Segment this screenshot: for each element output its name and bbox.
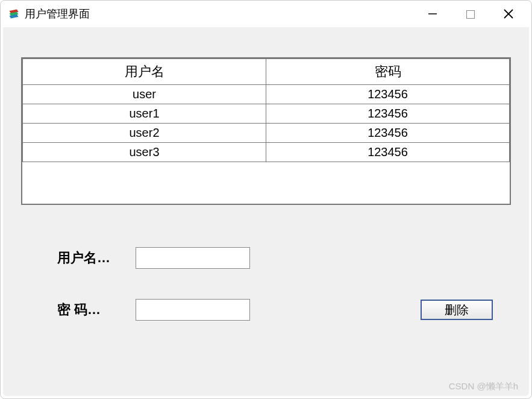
titlebar: 用户管理界面 [1,1,531,27]
col-header-username[interactable]: 用户名 [23,59,266,85]
username-label: 用户名… [57,249,136,267]
table-row[interactable]: user 123456 [23,85,510,104]
app-window: 用户管理界面 用户名 密码 use [0,0,532,399]
table-header-row: 用户名 密码 [23,59,510,85]
window-title: 用户管理界面 [25,7,90,21]
password-row: 密 码… 删除 [57,299,493,321]
cell-username[interactable]: user2 [23,124,266,143]
username-input[interactable] [136,247,250,269]
col-header-password[interactable]: 密码 [266,59,510,85]
cell-password[interactable]: 123456 [266,85,510,104]
cell-username[interactable]: user3 [23,143,266,162]
cell-password[interactable]: 123456 [266,104,510,124]
cell-password[interactable]: 123456 [266,143,510,162]
username-row: 用户名… [57,247,493,269]
close-button[interactable] [499,4,518,24]
delete-button[interactable]: 删除 [421,300,493,320]
table-row[interactable]: user2 123456 [23,124,510,143]
cell-password[interactable]: 123456 [266,124,510,143]
form-area: 用户名… 密 码… 删除 [3,247,529,321]
cell-username[interactable]: user [23,85,266,104]
user-table-container: 用户名 密码 user 123456 user1 123456 user2 [21,57,511,205]
table-row[interactable]: user3 123456 [23,143,510,162]
minimize-button[interactable] [423,4,442,24]
content-panel: 用户名 密码 user 123456 user1 123456 user2 [3,27,529,396]
maximize-button[interactable] [466,10,475,19]
watermark: CSDN @懒羊羊h [449,381,518,392]
password-label: 密 码… [57,301,136,319]
app-icon [8,8,20,20]
password-input[interactable] [136,299,250,321]
cell-username[interactable]: user1 [23,104,266,124]
user-table[interactable]: 用户名 密码 user 123456 user1 123456 user2 [22,58,510,162]
window-controls [423,4,518,24]
table-row[interactable]: user1 123456 [23,104,510,124]
